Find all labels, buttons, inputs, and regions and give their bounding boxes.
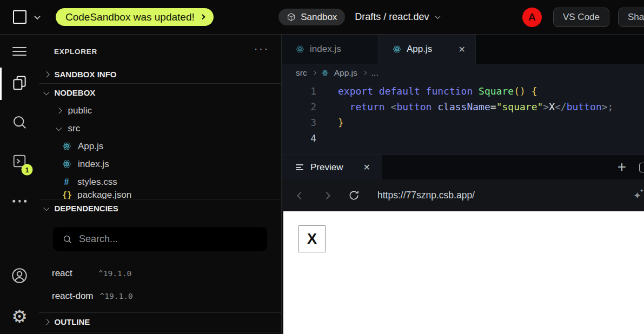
forward-icon[interactable] <box>323 191 330 199</box>
account-icon[interactable] <box>11 267 28 286</box>
divider <box>39 332 281 332</box>
editor-tab-bar: index.js App.js ✕ <box>282 35 644 64</box>
chevron-right-icon <box>43 71 49 77</box>
terminal-badge: 1 <box>22 164 33 176</box>
tree-folder-public[interactable]: public <box>39 102 281 119</box>
tab-label: App.js <box>407 44 432 55</box>
cube-icon <box>287 12 296 22</box>
css-icon: # <box>62 177 71 187</box>
breadcrumb-folder[interactable]: src <box>296 68 307 78</box>
project-breadcrumb-label: Drafts / react.dev <box>355 11 429 23</box>
update-banner-label: CodeSandbox was updated! <box>65 11 195 23</box>
tree-file-package-json[interactable]: {} package.json <box>39 191 281 199</box>
share-button[interactable]: Share <box>618 8 644 27</box>
square-button[interactable]: X <box>298 225 326 252</box>
update-banner[interactable]: CodeSandbox was updated! <box>56 8 214 26</box>
dependency-version: ^19.1.0 <box>100 292 133 300</box>
line-number: 1 <box>282 83 316 99</box>
dependency-row-react[interactable]: react ^19.1.0 <box>39 264 281 283</box>
ai-sparkle-icon[interactable]: ✦✦ <box>632 189 644 203</box>
files-icon[interactable] <box>11 75 28 93</box>
breadcrumb-more[interactable]: ... <box>371 68 379 78</box>
back-icon[interactable] <box>297 191 304 199</box>
preview-tab-bar: Preview ✕ + <box>282 155 644 179</box>
workspace-chevron-down-icon[interactable] <box>34 13 40 19</box>
preview-viewport: X <box>282 211 644 334</box>
active-view-indicator <box>0 68 2 100</box>
preview-tab-bar-space: + <box>382 155 644 179</box>
sandbox-badge[interactable]: Sandbox <box>278 9 345 25</box>
refresh-icon[interactable] <box>348 189 360 202</box>
top-bar: CodeSandbox was updated! Sandbox Drafts … <box>0 0 644 35</box>
project-breadcrumb[interactable]: Drafts / react.dev <box>355 11 440 23</box>
tab-label: index.js <box>310 44 341 55</box>
chevron-right-icon <box>56 108 62 113</box>
json-icon: {} <box>62 191 71 199</box>
update-banner-chevron-icon <box>200 15 204 19</box>
main-area: 1 ⚙ EXPLORER ··· SANDBOX INFO NODEBOX <box>0 35 644 334</box>
line-number: 3 <box>282 115 316 130</box>
url-input[interactable]: https://77sznp.csb.app/ <box>377 190 475 201</box>
close-icon[interactable]: ✕ <box>363 162 370 172</box>
search-placeholder: Search... <box>79 233 118 245</box>
line-number: 2 <box>282 99 316 115</box>
code-line: 3 } <box>282 115 644 130</box>
tree-file-styles-css[interactable]: # styles.css <box>39 173 281 191</box>
terminal-icon[interactable]: 1 <box>12 153 28 171</box>
close-icon[interactable]: ✕ <box>459 44 466 55</box>
breadcrumb-file[interactable]: App.js <box>334 68 357 78</box>
line-number: 4 <box>282 130 316 146</box>
chevron-right-icon <box>43 319 49 325</box>
section-dependencies[interactable]: DEPENDENCIES <box>39 199 281 217</box>
chevron-down-icon <box>43 89 49 95</box>
section-sandbox-info-label: SANDBOX INFO <box>55 70 117 79</box>
add-pane-icon[interactable]: + <box>618 158 626 176</box>
tree-folder-src[interactable]: src <box>39 119 281 137</box>
chevron-right-icon <box>311 70 316 75</box>
codesandbox-logo-icon[interactable] <box>13 10 26 24</box>
breadcrumb[interactable]: src App.js ... <box>282 64 644 82</box>
dependency-version: ^19.1.0 <box>98 269 131 278</box>
editor-column: index.js App.js ✕ src <box>282 35 644 334</box>
avatar-letter: A <box>528 11 536 23</box>
react-icon <box>393 45 401 54</box>
preview-icon <box>296 163 303 172</box>
tree-file-app-js[interactable]: App.js <box>39 137 281 155</box>
dependency-row-react-dom[interactable]: react-dom ^19.1.0 <box>39 287 281 305</box>
section-nodebox[interactable]: NODEBOX <box>39 84 281 102</box>
code-line: 4 <box>282 130 644 146</box>
avatar[interactable]: A <box>522 8 542 27</box>
chevron-down-icon <box>43 205 49 211</box>
react-icon <box>321 69 329 77</box>
tree-file-index-js-label: index.js <box>78 159 109 170</box>
search-icon <box>62 234 72 244</box>
tree-file-index-js[interactable]: index.js <box>39 155 281 173</box>
menu-icon[interactable] <box>12 44 26 58</box>
preview-tab[interactable]: Preview ✕ <box>282 155 382 179</box>
tab-app-js[interactable]: App.js ✕ <box>379 35 476 64</box>
sandbox-badge-label: Sandbox <box>301 12 337 23</box>
code-line: 1 export default function Square() { <box>282 83 644 99</box>
section-outline[interactable]: OUTLINE <box>39 313 281 331</box>
vscode-button[interactable]: VS Code <box>553 8 609 27</box>
more-options-icon[interactable] <box>12 200 26 203</box>
tree-file-app-js-label: App.js <box>78 141 103 152</box>
layout-icon[interactable] <box>639 163 644 172</box>
section-sandbox-info[interactable]: SANDBOX INFO <box>39 65 281 83</box>
activity-bar: 1 ⚙ <box>0 35 39 334</box>
search-icon[interactable] <box>11 113 28 133</box>
settings-gear-icon[interactable]: ⚙ <box>11 308 28 325</box>
preview-tab-label: Preview <box>310 162 343 173</box>
chevron-down-icon <box>56 125 62 131</box>
dependency-search-input[interactable]: Search... <box>53 227 267 251</box>
code-editor[interactable]: 1 export default function Square() { 2 r… <box>282 82 644 155</box>
tab-index-js[interactable]: index.js <box>282 35 379 64</box>
explorer-menu-icon[interactable]: ··· <box>254 43 269 54</box>
tree-folder-public-label: public <box>68 105 92 116</box>
tree-file-styles-css-label: styles.css <box>77 177 117 188</box>
section-nodebox-label: NODEBOX <box>55 88 96 97</box>
explorer-panel: EXPLORER ··· SANDBOX INFO NODEBOX public… <box>39 35 282 334</box>
tree-folder-src-label: src <box>68 123 81 134</box>
section-outline-label: OUTLINE <box>55 317 90 326</box>
dependency-name: react <box>52 268 92 279</box>
